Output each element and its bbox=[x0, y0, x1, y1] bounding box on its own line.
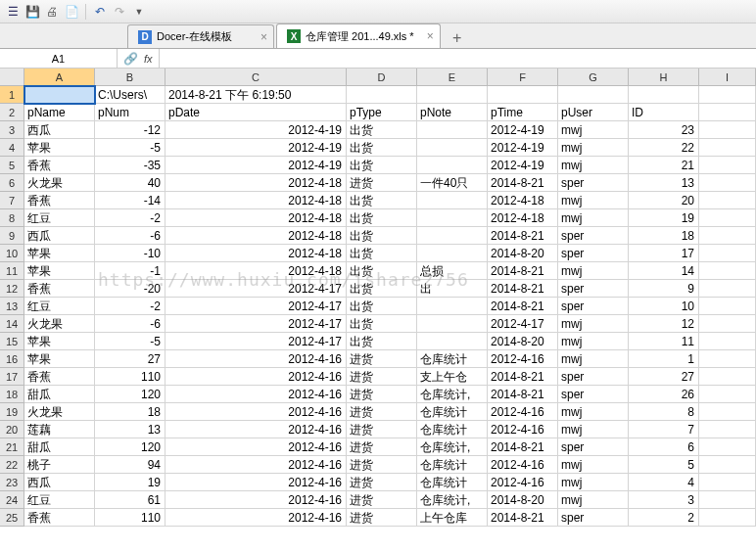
cell-F23[interactable]: 2012-4-16 bbox=[488, 474, 558, 491]
cell-A17[interactable]: 香蕉 bbox=[24, 368, 95, 386]
cell-D17[interactable]: 进货 bbox=[347, 368, 417, 386]
cell-D21[interactable]: 进货 bbox=[347, 438, 417, 456]
cell-C6[interactable]: 2012-4-18 bbox=[165, 174, 347, 192]
row-header-7[interactable]: 7 bbox=[0, 192, 24, 209]
cell-I4[interactable] bbox=[699, 139, 756, 157]
cell-I25[interactable] bbox=[699, 509, 756, 527]
cell-D8[interactable]: 出货 bbox=[347, 209, 417, 227]
cell-A19[interactable]: 火龙果 bbox=[24, 403, 95, 421]
save-icon[interactable]: 💾 bbox=[24, 4, 40, 20]
cell-C25[interactable]: 2012-4-16 bbox=[165, 509, 347, 527]
cell-A9[interactable]: 西瓜 bbox=[24, 227, 95, 245]
cell-A23[interactable]: 西瓜 bbox=[24, 474, 95, 491]
cell-B11[interactable]: -1 bbox=[95, 262, 165, 280]
cell-F5[interactable]: 2012-4-19 bbox=[488, 157, 558, 174]
cell-A18[interactable]: 甜瓜 bbox=[24, 386, 95, 403]
cell-E16[interactable]: 仓库统计 bbox=[417, 350, 488, 368]
close-icon[interactable]: × bbox=[260, 30, 267, 44]
cell-H8[interactable]: 19 bbox=[629, 209, 699, 227]
cell-I11[interactable] bbox=[699, 262, 756, 280]
cell-C3[interactable]: 2012-4-19 bbox=[165, 121, 347, 139]
cell-F7[interactable]: 2012-4-18 bbox=[488, 192, 558, 209]
row-header-3[interactable]: 3 bbox=[0, 121, 24, 139]
cell-E21[interactable]: 仓库统计, bbox=[417, 438, 488, 456]
cell-H24[interactable]: 3 bbox=[629, 491, 699, 509]
cell-H14[interactable]: 12 bbox=[629, 315, 699, 333]
cell-G23[interactable]: mwj bbox=[558, 474, 629, 491]
cell-C20[interactable]: 2012-4-16 bbox=[165, 421, 347, 438]
cell-A22[interactable]: 桃子 bbox=[24, 456, 95, 474]
cell-I16[interactable] bbox=[699, 350, 756, 368]
cell-H19[interactable]: 8 bbox=[629, 403, 699, 421]
cell-F8[interactable]: 2012-4-18 bbox=[488, 209, 558, 227]
cell-E25[interactable]: 上午仓库 bbox=[417, 509, 488, 527]
row-header-4[interactable]: 4 bbox=[0, 139, 24, 157]
cell-G19[interactable]: mwj bbox=[558, 403, 629, 421]
cell-D10[interactable]: 出货 bbox=[347, 245, 417, 262]
cell-E23[interactable]: 仓库统计 bbox=[417, 474, 488, 491]
cell-D12[interactable]: 出货 bbox=[347, 280, 417, 298]
row-header-8[interactable]: 8 bbox=[0, 209, 24, 227]
cell-I8[interactable] bbox=[699, 209, 756, 227]
cell-C12[interactable]: 2012-4-17 bbox=[165, 280, 347, 298]
cell-B3[interactable]: -12 bbox=[95, 121, 165, 139]
cell-D24[interactable]: 进货 bbox=[347, 491, 417, 509]
tab-workbook[interactable]: X 仓库管理 201...49.xls * × bbox=[276, 23, 441, 48]
cell-I24[interactable] bbox=[699, 491, 756, 509]
cell-G9[interactable]: sper bbox=[558, 227, 629, 245]
cell-C9[interactable]: 2012-4-18 bbox=[165, 227, 347, 245]
cell-A21[interactable]: 甜瓜 bbox=[24, 438, 95, 456]
cell-I18[interactable] bbox=[699, 386, 756, 403]
cell-F12[interactable]: 2014-8-21 bbox=[488, 280, 558, 298]
cell-H11[interactable]: 14 bbox=[629, 262, 699, 280]
row-header-22[interactable]: 22 bbox=[0, 456, 24, 474]
cell-I21[interactable] bbox=[699, 438, 756, 456]
cell-A4[interactable]: 苹果 bbox=[24, 139, 95, 157]
cell-B23[interactable]: 19 bbox=[95, 474, 165, 491]
cell-B6[interactable]: 40 bbox=[95, 174, 165, 192]
cell-D16[interactable]: 进货 bbox=[347, 350, 417, 368]
cell-H15[interactable]: 11 bbox=[629, 333, 699, 350]
cell-A3[interactable]: 西瓜 bbox=[24, 121, 95, 139]
cell-E1[interactable] bbox=[417, 86, 488, 104]
cell-C11[interactable]: 2012-4-18 bbox=[165, 262, 347, 280]
cell-H23[interactable]: 4 bbox=[629, 474, 699, 491]
cell-H3[interactable]: 23 bbox=[629, 121, 699, 139]
select-all-corner[interactable] bbox=[0, 69, 24, 86]
cell-E12[interactable]: 出 bbox=[417, 280, 488, 298]
cell-F20[interactable]: 2012-4-16 bbox=[488, 421, 558, 438]
cell-E20[interactable]: 仓库统计 bbox=[417, 421, 488, 438]
cell-E22[interactable]: 仓库统计 bbox=[417, 456, 488, 474]
cell-E18[interactable]: 仓库统计, bbox=[417, 386, 488, 403]
col-header-H[interactable]: H bbox=[629, 69, 699, 86]
spreadsheet-grid[interactable]: ABCDEFGHI1C:\Users\2014-8-21 下午 6:19:502… bbox=[0, 69, 756, 527]
add-tab-button[interactable]: + bbox=[448, 28, 467, 48]
cell-C5[interactable]: 2012-4-19 bbox=[165, 157, 347, 174]
cell-I19[interactable] bbox=[699, 403, 756, 421]
col-header-I[interactable]: I bbox=[699, 69, 756, 86]
cell-I14[interactable] bbox=[699, 315, 756, 333]
cell-F4[interactable]: 2012-4-19 bbox=[488, 139, 558, 157]
row-header-2[interactable]: 2 bbox=[0, 104, 24, 121]
cell-I23[interactable] bbox=[699, 474, 756, 491]
cell-C24[interactable]: 2012-4-16 bbox=[165, 491, 347, 509]
cell-A11[interactable]: 苹果 bbox=[24, 262, 95, 280]
cell-H21[interactable]: 6 bbox=[629, 438, 699, 456]
cell-B10[interactable]: -10 bbox=[95, 245, 165, 262]
cell-H1[interactable] bbox=[629, 86, 699, 104]
cell-D4[interactable]: 出货 bbox=[347, 139, 417, 157]
cell-D14[interactable]: 出货 bbox=[347, 315, 417, 333]
cell-B15[interactable]: -5 bbox=[95, 333, 165, 350]
cell-I13[interactable] bbox=[699, 298, 756, 315]
close-icon[interactable]: × bbox=[427, 29, 434, 43]
cell-B7[interactable]: -14 bbox=[95, 192, 165, 209]
cell-C10[interactable]: 2012-4-18 bbox=[165, 245, 347, 262]
cell-A20[interactable]: 莲藕 bbox=[24, 421, 95, 438]
cell-I12[interactable] bbox=[699, 280, 756, 298]
cell-F17[interactable]: 2014-8-21 bbox=[488, 368, 558, 386]
cell-D15[interactable]: 出货 bbox=[347, 333, 417, 350]
cell-G20[interactable]: mwj bbox=[558, 421, 629, 438]
cell-C14[interactable]: 2012-4-17 bbox=[165, 315, 347, 333]
cell-A7[interactable]: 香蕉 bbox=[24, 192, 95, 209]
cell-C18[interactable]: 2012-4-16 bbox=[165, 386, 347, 403]
